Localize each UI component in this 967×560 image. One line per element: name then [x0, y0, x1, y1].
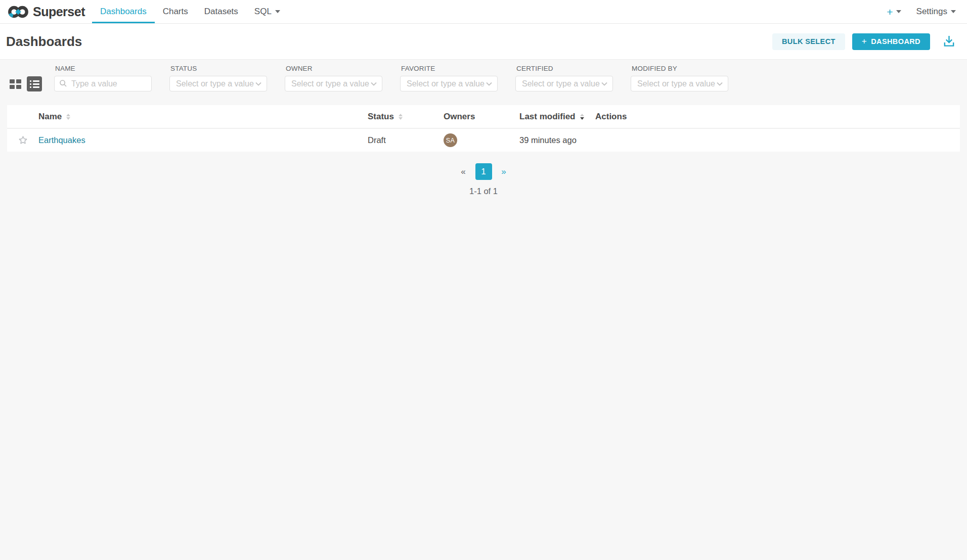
- table-header-row: Name Status Owners Last modified: [7, 105, 960, 128]
- chevron-down-icon: [255, 82, 261, 86]
- chevron-down-icon: [486, 82, 492, 86]
- status-column-header: Status: [368, 105, 444, 128]
- chevron-down-icon: [275, 10, 280, 13]
- filter-modified-by: MODIFIED BY Select or type a value: [631, 65, 728, 91]
- certified-filter-select[interactable]: Select or type a value: [515, 76, 613, 91]
- modified-by-filter-select[interactable]: Select or type a value: [631, 76, 728, 91]
- filter-label: STATUS: [169, 65, 267, 72]
- page-header: Dashboards BULK SELECT + DASHBOARD: [0, 24, 967, 60]
- status-sort-control[interactable]: Status: [368, 112, 403, 122]
- plus-icon: +: [887, 7, 893, 17]
- add-dashboard-button[interactable]: + DASHBOARD: [852, 33, 930, 50]
- superset-infinity-icon: [8, 5, 29, 19]
- status-filter-select[interactable]: Select or type a value: [169, 76, 267, 91]
- chevron-down-icon: [951, 10, 956, 13]
- brand-name: Superset: [33, 5, 85, 19]
- pagination-summary: 1-1 of 1: [0, 186, 967, 196]
- filter-label: OWNER: [285, 65, 382, 72]
- last-modified-cell: 39 minutes ago: [519, 128, 595, 152]
- table-row: Earthquakes Draft SA 39 minutes ago: [7, 128, 960, 152]
- dashboard-link-earthquakes[interactable]: Earthquakes: [38, 135, 85, 145]
- dashboards-table: Name Status Owners Last modified: [7, 105, 960, 152]
- bulk-select-button[interactable]: BULK SELECT: [772, 33, 845, 50]
- favorite-filter-select[interactable]: Select or type a value: [400, 76, 498, 91]
- filter-bar: NAME STATUS Select or type a value OWNER…: [0, 65, 967, 97]
- owner-filter-select[interactable]: Select or type a value: [285, 76, 382, 91]
- name-sort-control[interactable]: Name: [38, 112, 70, 122]
- filter-owner: OWNER Select or type a value: [285, 65, 382, 91]
- filter-name: NAME: [54, 65, 152, 91]
- search-icon: [59, 79, 67, 87]
- name-column-header: Name: [38, 105, 368, 128]
- nav-item-datasets[interactable]: Datasets: [196, 0, 246, 23]
- chevron-down-icon: [896, 10, 901, 13]
- filter-status: STATUS Select or type a value: [169, 65, 267, 91]
- plus-icon: +: [862, 36, 867, 46]
- list-view-toggle[interactable]: [27, 76, 42, 91]
- chevron-down-icon: [717, 82, 723, 86]
- actions-column-header: Actions: [595, 105, 960, 128]
- sort-desc-icon: [580, 114, 584, 120]
- page-title: Dashboards: [6, 34, 82, 50]
- grid-view-icon: [10, 79, 21, 89]
- pagination: « 1 »: [0, 163, 967, 180]
- filter-certified: CERTIFIED Select or type a value: [515, 65, 613, 91]
- import-dashboards-button[interactable]: [940, 34, 958, 49]
- filter-label: CERTIFIED: [515, 65, 613, 72]
- main-nav: Dashboards Charts Datasets SQL: [92, 0, 288, 23]
- sort-icon: [66, 114, 70, 120]
- pagination-next-button[interactable]: »: [496, 163, 512, 180]
- download-tray-icon: [942, 35, 956, 48]
- chevron-down-icon: [601, 82, 607, 86]
- filter-label: FAVORITE: [400, 65, 498, 72]
- pagination-prev-button[interactable]: «: [455, 163, 472, 180]
- list-view-icon: [30, 80, 39, 88]
- nav-item-charts[interactable]: Charts: [155, 0, 196, 23]
- status-cell: Draft: [368, 128, 444, 152]
- filter-favorite: FAVORITE Select or type a value: [400, 65, 498, 91]
- top-navbar: Superset Dashboards Charts Datasets SQL …: [0, 0, 967, 24]
- owner-avatar[interactable]: SA: [444, 133, 457, 147]
- owners-column-header: Owners: [444, 105, 519, 128]
- filter-label: MODIFIED BY: [631, 65, 728, 72]
- name-filter-input[interactable]: [54, 76, 152, 91]
- filter-label: NAME: [54, 65, 152, 72]
- settings-menu-button[interactable]: Settings: [916, 7, 956, 17]
- sort-icon: [399, 114, 403, 120]
- favorite-column-header: [7, 105, 38, 128]
- superset-logo[interactable]: Superset: [0, 0, 92, 23]
- chevron-down-icon: [371, 82, 377, 86]
- pagination-page-1[interactable]: 1: [475, 163, 492, 180]
- last-modified-sort-control[interactable]: Last modified: [519, 112, 584, 122]
- nav-item-dashboards[interactable]: Dashboards: [92, 0, 155, 23]
- nav-item-sql[interactable]: SQL: [246, 0, 288, 23]
- favorite-star-icon[interactable]: [18, 135, 28, 146]
- new-item-menu-button[interactable]: +: [887, 7, 901, 17]
- actions-cell: [595, 128, 960, 152]
- last-modified-column-header: Last modified: [519, 105, 595, 128]
- card-view-toggle[interactable]: [8, 76, 23, 91]
